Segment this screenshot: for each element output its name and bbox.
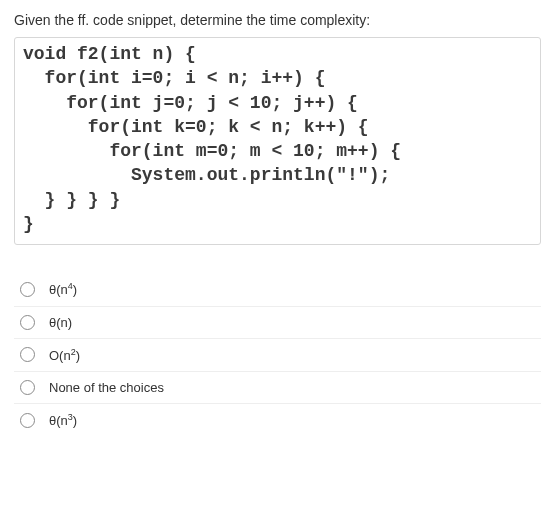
code-line: for(int j=0; j < 10; j++) {: [23, 91, 532, 115]
options-list: θ(n4) θ(n) O(n2) None of the choices θ(n…: [14, 273, 541, 436]
code-line: }: [23, 212, 532, 236]
code-line: for(int k=0; k < n; k++) {: [23, 115, 532, 139]
option-theta-n[interactable]: θ(n): [14, 307, 541, 339]
option-label: O(n2): [49, 347, 80, 363]
code-line: for(int m=0; m < 10; m++) {: [23, 139, 532, 163]
code-line: System.out.println("!");: [23, 163, 532, 187]
question-text: Given the ff. code snippet, determine th…: [14, 10, 541, 31]
option-big-o-n2[interactable]: O(n2): [14, 339, 541, 372]
option-label: θ(n4): [49, 281, 77, 297]
code-line: for(int i=0; i < n; i++) {: [23, 66, 532, 90]
option-label: θ(n3): [49, 412, 77, 428]
code-line: } } } }: [23, 188, 532, 212]
option-theta-n4[interactable]: θ(n4): [14, 273, 541, 306]
option-none[interactable]: None of the choices: [14, 372, 541, 404]
radio-icon: [20, 347, 35, 362]
code-snippet: void f2(int n) { for(int i=0; i < n; i++…: [14, 37, 541, 245]
option-theta-n3[interactable]: θ(n3): [14, 404, 541, 436]
radio-icon: [20, 380, 35, 395]
option-label: θ(n): [49, 315, 72, 330]
code-line: void f2(int n) {: [23, 42, 532, 66]
radio-icon: [20, 315, 35, 330]
radio-icon: [20, 413, 35, 428]
option-label: None of the choices: [49, 380, 164, 395]
radio-icon: [20, 282, 35, 297]
